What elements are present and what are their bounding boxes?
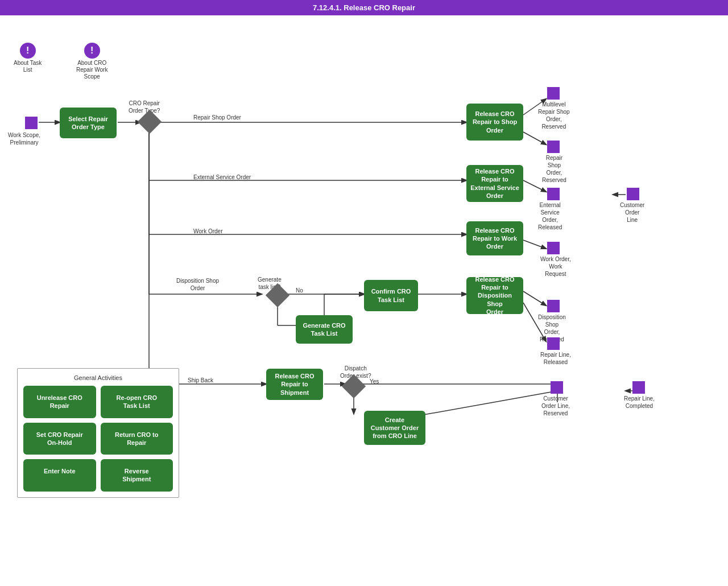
activities-grid: Unrelease CRORepair Re-open CROTask List… [23, 386, 173, 492]
work-scope-label: Work Scope,Preliminary [8, 131, 40, 146]
repair-line-released-label: Repair Line,Released [540, 351, 571, 366]
return-to-repair-button[interactable]: Return CRO toRepair [101, 423, 173, 455]
set-onhold-button[interactable]: Set CRO RepairOn-Hold [23, 423, 96, 455]
confirm-tasklist-box[interactable]: Confirm CROTask List [364, 280, 418, 311]
external-service-label: External Service Order [193, 174, 251, 181]
disposition-label: Disposition ShopOrder [176, 277, 219, 292]
unrelease-cro-button[interactable]: Unrelease CRORepair [23, 386, 96, 418]
about-task-label: About Task List [14, 60, 42, 73]
diagram-area: ! About Task List ! About CRORepair Work… [0, 15, 728, 579]
no-label: No [296, 287, 303, 294]
general-activities-container: General Activities Unrelease CRORepair R… [17, 368, 179, 498]
about-cro-icon[interactable]: ! About CRORepair WorkScope [76, 43, 107, 80]
repair-shop-doc [547, 141, 560, 153]
title-text: 7.12.4.1. Release CRO Repair [313, 3, 415, 12]
repair-line-released-doc [547, 337, 560, 350]
select-repair-box[interactable]: Select Repair Order Type [60, 108, 117, 138]
exclaim-shape: ! [20, 43, 36, 59]
release-disposition-box[interactable]: Release CRORepair toDisposition ShopOrde… [466, 277, 523, 314]
svg-line-22 [523, 132, 546, 145]
work-order-label: Work Order [193, 228, 223, 235]
work-order-request-label: Work Order,WorkRequest [540, 255, 571, 278]
release-shop-box[interactable]: Release CRORepair to ShopOrder [466, 104, 523, 141]
multilevel-label: MultilevelRepair ShopOrder,Reserved [538, 101, 570, 130]
svg-line-26 [523, 291, 546, 306]
release-work-box[interactable]: Release CRORepair to WorkOrder [466, 221, 523, 255]
exclaim-cro-shape: ! [84, 43, 100, 59]
create-customer-box[interactable]: CreateCustomer Orderfrom CRO Line [364, 411, 425, 445]
work-order-doc [547, 242, 560, 254]
main-container: 7.12.4.1. Release CRO Repair [0, 0, 728, 586]
customer-line-reserved-label: CustomerOrder Line,Reserved [541, 395, 570, 417]
title-bar: 7.12.4.1. Release CRO Repair [0, 0, 728, 15]
about-task-icon[interactable]: ! About Task List [14, 43, 42, 73]
repair-shop-reserved-label: RepairShopOrder,Reserved [542, 154, 566, 184]
reverse-shipment-button[interactable]: ReverseShipment [101, 459, 173, 492]
customer-line-reserved-doc [551, 381, 563, 394]
customer-order-line-label: CustomerOrderLine [620, 201, 644, 224]
work-scope-doc [25, 117, 38, 129]
external-service-released-label: EnternalServiceOrder,Released [538, 201, 562, 231]
external-service-doc [547, 188, 560, 200]
enter-note-button[interactable]: Enter Note [23, 459, 96, 492]
ship-back-label: Ship Back [188, 377, 213, 384]
generate-tasklist-box[interactable]: Generate CROTask List [296, 315, 353, 344]
repair-shop-order-label: Repair Shop Order [193, 114, 241, 121]
repair-line-completed-label: Repair Line,Completed [624, 395, 655, 410]
release-shipment-box[interactable]: Release CRORepair toShipment [266, 369, 323, 400]
repair-line-completed-doc [632, 381, 645, 394]
general-activities-label: General Activities [23, 374, 173, 381]
svg-line-25 [523, 240, 546, 249]
multilevel-doc [547, 87, 560, 100]
release-external-box[interactable]: Release CRORepair toExternal ServiceOrde… [466, 165, 523, 202]
cro-type-label: CRO RepairOrder Type? [129, 100, 160, 114]
yes-label: Yes [370, 378, 379, 385]
disposition-shop-doc [547, 300, 560, 312]
about-cro-label: About CRORepair WorkScope [76, 60, 107, 80]
customer-order-line-doc [627, 188, 639, 200]
reopen-tasklist-button[interactable]: Re-open CROTask List [101, 386, 173, 418]
